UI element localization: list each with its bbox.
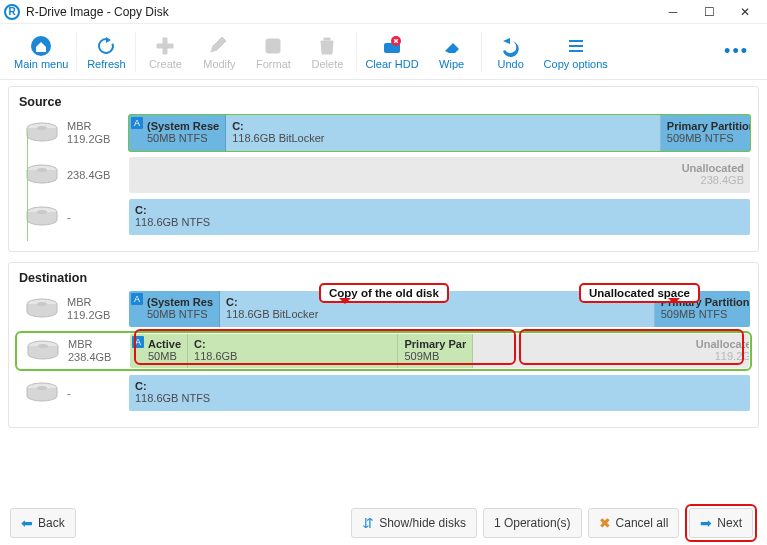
next-button[interactable]: ➡ Next [689, 508, 753, 538]
partition[interactable]: C:118.6GB NTFS [129, 375, 750, 411]
svg-point-10 [37, 210, 47, 214]
disk-meta: MBR238.4GB [68, 334, 130, 368]
arrow-left-icon: ⬅ [21, 515, 33, 531]
destination-panel: Destination MBR119.2GBA(System Res50MB N… [8, 262, 759, 428]
partition[interactable]: C:118.6GB NTFS [129, 199, 750, 235]
partition-title: Active [148, 339, 181, 351]
partition-sub: 509MB [404, 351, 466, 363]
partition-title: C: [194, 339, 391, 351]
partition-title: C: [135, 205, 744, 217]
disk-scheme: MBR [67, 120, 129, 133]
disk-row[interactable]: -C:118.6GB NTFS [17, 375, 750, 411]
format-label: Format [256, 58, 291, 70]
clear-hdd-button[interactable]: Clear HDD [359, 26, 424, 78]
partition-sub: 509MB NTFS [661, 309, 750, 321]
active-badge: A [131, 293, 143, 305]
partition-title: Primary Par [404, 339, 466, 351]
more-button[interactable]: ••• [714, 41, 759, 62]
disk-size: - [67, 387, 129, 400]
source-panel: Source MBR119.2GBA(System Rese50MB NTFSC… [8, 86, 759, 252]
partition-title: Primary Partition [667, 121, 750, 133]
partition[interactable]: Unallocated238.4GB [129, 157, 750, 193]
back-label: Back [38, 516, 65, 530]
clear-hdd-label: Clear HDD [365, 58, 418, 70]
partition-sub: 118.6GB [194, 351, 391, 363]
disk-row[interactable]: MBR238.4GBAActive50MBC:118.6GBPrimary Pa… [17, 333, 750, 369]
partition[interactable]: AActive50MB [130, 334, 188, 368]
create-label: Create [149, 58, 182, 70]
create-button: Create [138, 26, 192, 78]
partition-bar[interactable]: AActive50MBC:118.6GBPrimary Par509MBUnal… [130, 334, 749, 368]
show-hide-label: Show/hide disks [379, 516, 466, 530]
partition-sub: 50MB NTFS [147, 309, 213, 321]
app-icon: R [4, 4, 20, 20]
partition[interactable]: Primary Partition509MB NTFS [655, 291, 750, 327]
partition[interactable]: A(System Rese50MB NTFS [129, 115, 226, 151]
partition-bar[interactable]: A(System Rese50MB NTFSC:118.6GB BitLocke… [129, 115, 750, 151]
disk-meta: - [67, 199, 129, 235]
disk-row[interactable]: MBR119.2GBA(System Rese50MB NTFSC:118.6G… [17, 115, 750, 151]
disk-row[interactable]: 238.4GBUnallocated238.4GB [17, 157, 750, 193]
partition-title: Unallocated [479, 339, 749, 351]
copy-options-label: Copy options [544, 58, 608, 70]
partition[interactable]: C:118.6GB BitLocker [220, 291, 655, 327]
disk-size: 119.2GB [67, 133, 129, 146]
close-button[interactable]: ✕ [727, 1, 763, 23]
cancel-all-button[interactable]: ✖ Cancel all [588, 508, 680, 538]
partition[interactable]: Unallocated119.2GB [473, 334, 749, 368]
partition[interactable]: C:118.6GB BitLocker [226, 115, 661, 151]
minimize-button[interactable]: ─ [655, 1, 691, 23]
maximize-button[interactable]: ☐ [691, 1, 727, 23]
partition[interactable]: A(System Res50MB NTFS [129, 291, 220, 327]
show-hide-disks-button[interactable]: ⇵ Show/hide disks [351, 508, 477, 538]
delete-button: Delete [300, 26, 354, 78]
disk-row[interactable]: MBR119.2GBA(System Res50MB NTFSC:118.6GB… [17, 291, 750, 327]
wipe-label: Wipe [439, 58, 464, 70]
partition-title: Primary Partition [661, 297, 750, 309]
disk-scheme: MBR [68, 338, 130, 351]
disk-meta: MBR119.2GB [67, 115, 129, 151]
undo-icon [500, 34, 522, 58]
partition-bar[interactable]: A(System Res50MB NTFSC:118.6GB BitLocker… [129, 291, 750, 327]
partition[interactable]: Primary Partition509MB NTFS [661, 115, 750, 151]
pencil-icon [208, 34, 230, 58]
refresh-button[interactable]: Refresh [79, 26, 133, 78]
partition-bar[interactable]: Unallocated238.4GB [129, 157, 750, 193]
annotation-next-box: ➡ Next [685, 504, 757, 542]
partition-sub: 118.6GB NTFS [135, 217, 744, 229]
toolbar: Main menu Refresh Create Modify FS Forma… [0, 24, 767, 80]
undo-button[interactable]: Undo [484, 26, 538, 78]
disk-row[interactable]: -C:118.6GB NTFS [17, 199, 750, 235]
source-heading: Source [17, 93, 750, 115]
cancel-icon: ✖ [599, 515, 611, 531]
partition-sub: 50MB NTFS [147, 133, 219, 145]
svg-point-6 [37, 126, 47, 130]
operations-button[interactable]: 1 Operation(s) [483, 508, 582, 538]
partition-sub: 119.2GB [479, 351, 749, 363]
modify-button: Modify [192, 26, 246, 78]
disk-scheme: MBR [67, 296, 129, 309]
arrow-right-icon: ➡ [700, 515, 712, 531]
copy-options-button[interactable]: Copy options [538, 26, 614, 78]
partition-title: C: [232, 121, 654, 133]
disk-icon-cell [17, 291, 67, 327]
delete-label: Delete [312, 58, 344, 70]
partition-bar[interactable]: C:118.6GB NTFS [129, 375, 750, 411]
disk-size: 238.4GB [68, 351, 130, 364]
partition[interactable]: Primary Par509MB [398, 334, 473, 368]
trash-icon [316, 34, 338, 58]
partition-sub: 50MB [148, 351, 181, 363]
main-menu-label: Main menu [14, 58, 68, 70]
partition-bar[interactable]: C:118.6GB NTFS [129, 199, 750, 235]
partition-sub: 118.6GB BitLocker [226, 309, 648, 321]
disk-meta: MBR119.2GB [67, 291, 129, 327]
partition-sub: 118.6GB NTFS [135, 393, 744, 405]
clear-hdd-icon [381, 34, 403, 58]
partition-title: Unallocated [135, 163, 744, 175]
back-button[interactable]: ⬅ Back [10, 508, 76, 538]
partition[interactable]: C:118.6GB [188, 334, 398, 368]
disk-icon-cell [17, 157, 67, 193]
list-icon [565, 34, 587, 58]
main-menu-button[interactable]: Main menu [8, 26, 74, 78]
wipe-button[interactable]: Wipe [425, 26, 479, 78]
